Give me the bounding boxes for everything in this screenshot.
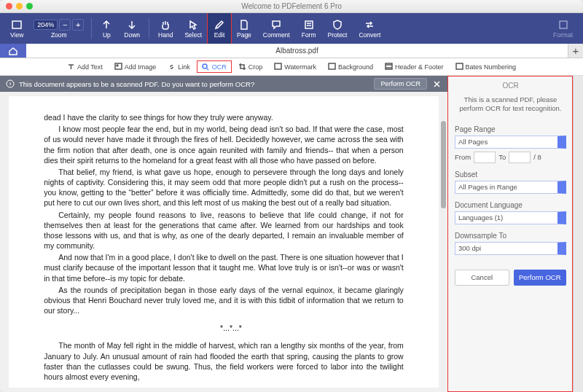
subset-label: Subset	[455, 170, 566, 179]
comment-button[interactable]: Comment	[257, 13, 296, 44]
convert-label: Convert	[359, 31, 380, 39]
to-label: To	[498, 153, 506, 161]
hand-button[interactable]: Hand	[152, 13, 179, 44]
subset-select[interactable]: All Pages in Range	[455, 181, 566, 194]
language-label: Document Language	[455, 201, 566, 209]
page-button[interactable]: Page	[231, 13, 257, 44]
background-button[interactable]: Background	[324, 61, 377, 72]
close-icon	[434, 81, 440, 87]
image-icon	[114, 63, 122, 71]
watermark-button[interactable]: Watermark	[270, 61, 321, 72]
home-icon	[8, 46, 18, 56]
svg-rect-2	[560, 21, 567, 28]
to-input[interactable]	[509, 152, 531, 163]
close-notice-button[interactable]	[431, 79, 442, 89]
page-range-label: Page Range	[455, 125, 566, 133]
select-button[interactable]: Select	[179, 13, 208, 44]
crop-button[interactable]: Crop	[234, 61, 267, 72]
notice-message: This document appears to be a scanned PD…	[19, 80, 254, 88]
select-label: Select	[184, 31, 202, 39]
bates-button[interactable]: Bates Numbering	[451, 61, 521, 72]
bates-icon	[455, 63, 463, 71]
zoom-out-button[interactable]: −	[59, 19, 71, 31]
convert-button[interactable]: Convert	[353, 13, 386, 44]
up-icon	[101, 19, 112, 31]
header-footer-icon	[385, 63, 393, 71]
down-button[interactable]: Down	[118, 13, 146, 44]
link-button[interactable]: Link	[163, 61, 195, 72]
page-icon	[238, 19, 250, 31]
background-icon	[328, 63, 336, 71]
format-button[interactable]: Format	[547, 13, 579, 44]
svg-point-5	[203, 64, 207, 68]
ocr-notice-bar: This document appears to be a scanned PD…	[0, 76, 447, 92]
perform-ocr-button[interactable]: Perform OCR	[514, 270, 567, 286]
form-label: Form	[302, 31, 316, 39]
svg-rect-6	[275, 63, 281, 69]
main-toolbar: View 204% − + Zoom Up Down Hand Select E…	[0, 13, 583, 44]
ocr-button[interactable]: OCR	[197, 61, 231, 72]
downsample-label: Downsample To	[455, 232, 566, 240]
downsample-select[interactable]: 300 dpi	[455, 242, 566, 255]
from-label: From	[455, 153, 471, 161]
new-tab-button[interactable]: +	[568, 44, 583, 57]
svg-rect-8	[386, 63, 392, 69]
perform-ocr-notice-button[interactable]: Perform OCR	[374, 78, 427, 90]
add-image-button[interactable]: Add Image	[110, 61, 161, 72]
home-tab[interactable]	[0, 44, 26, 58]
panel-title: OCR	[455, 82, 566, 90]
svg-point-4	[117, 65, 118, 66]
hand-icon	[160, 19, 171, 31]
link-icon	[168, 63, 176, 71]
cancel-button[interactable]: Cancel	[455, 270, 509, 286]
crop-icon	[238, 63, 246, 71]
comment-label: Comment	[263, 31, 290, 39]
info-icon	[6, 79, 15, 88]
panel-info: This is a scanned PDF, please perform OC…	[455, 95, 566, 114]
language-select[interactable]: Languages (1)	[455, 211, 566, 224]
text-icon	[67, 63, 75, 71]
up-button[interactable]: Up	[95, 13, 118, 44]
edit-label: Edit	[214, 31, 225, 39]
header-footer-button[interactable]: Header & Footer	[380, 61, 448, 72]
document-tab[interactable]: Albatross.pdf	[26, 44, 568, 58]
titlebar: Welcome to PDFelement 6 Pro	[0, 0, 583, 13]
protect-label: Protect	[328, 31, 348, 39]
from-input[interactable]	[474, 152, 496, 163]
format-label: Format	[553, 31, 573, 39]
ocr-icon	[202, 63, 210, 71]
protect-button[interactable]: Protect	[322, 13, 353, 44]
app-title: Welcome to PDFelement 6 Pro	[0, 2, 583, 10]
tabbar: Albatross.pdf +	[0, 44, 583, 58]
page-range-select[interactable]: All Pages	[455, 136, 566, 149]
document-area: This document appears to be a scanned PD…	[0, 76, 447, 392]
vertical-scrollbar[interactable]	[441, 121, 446, 208]
add-text-button[interactable]: Add Text	[63, 61, 107, 72]
svg-rect-1	[305, 21, 313, 28]
form-icon	[303, 19, 315, 31]
down-icon	[126, 19, 138, 31]
sub-toolbar: Add Text Add Image Link OCR Crop Waterma…	[0, 58, 583, 76]
hand-label: Hand	[158, 31, 173, 39]
zoom-in-button[interactable]: +	[72, 19, 84, 31]
svg-rect-3	[115, 63, 122, 69]
view-button[interactable]: View	[4, 13, 29, 44]
document-scroll[interactable]: dead I have the clarity to see things fo…	[0, 92, 447, 392]
edit-button[interactable]: Edit	[208, 13, 231, 44]
comment-icon	[270, 19, 282, 31]
svg-rect-7	[329, 63, 335, 69]
view-label: View	[10, 31, 23, 39]
zoom-label: Zoom	[51, 31, 67, 39]
ocr-panel: OCR This is a scanned PDF, please perfor…	[447, 76, 573, 392]
shield-icon	[332, 19, 343, 31]
svg-rect-9	[456, 63, 463, 69]
zoom-value[interactable]: 204%	[34, 20, 58, 30]
up-label: Up	[103, 31, 111, 39]
page-label: Page	[237, 31, 251, 39]
svg-rect-0	[12, 21, 21, 28]
down-label: Down	[124, 31, 140, 39]
convert-icon	[364, 19, 375, 31]
watermark-icon	[274, 63, 282, 71]
form-button[interactable]: Form	[296, 13, 322, 44]
edit-icon	[214, 19, 225, 31]
